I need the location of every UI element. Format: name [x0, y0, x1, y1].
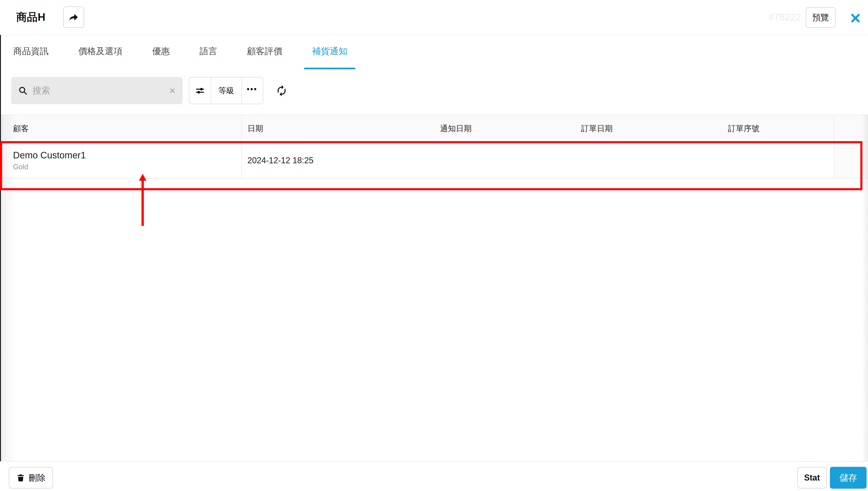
column-header-date: 日期: [242, 115, 434, 142]
more-filters-button[interactable]: ⋯: [241, 78, 262, 104]
order-number-cell: [722, 143, 834, 178]
save-button[interactable]: 儲存: [830, 467, 867, 489]
column-header-notify-date: 通知日期: [434, 115, 576, 142]
table-row[interactable]: Demo Customer1 Gold 2024-12-12 18:25: [0, 143, 868, 179]
column-header-order-number: 訂單序號: [722, 115, 834, 142]
product-number: #78222: [769, 0, 801, 34]
annotation-arrow-icon: [138, 173, 148, 226]
column-header-customer: 顧客: [0, 115, 242, 142]
refresh-button[interactable]: [273, 82, 290, 99]
title-bar: 商品H #78222 預覽: [0, 0, 868, 35]
tab-customer-reviews[interactable]: 顧客評價: [239, 35, 290, 69]
left-edge-strip: [0, 0, 1, 491]
customer-tier: Gold: [13, 163, 28, 171]
trash-icon: [16, 473, 25, 482]
level-filter-button[interactable]: 等級: [211, 78, 241, 104]
row-spacer-cell: [834, 143, 868, 178]
refresh-icon: [276, 85, 288, 97]
customer-name: Demo Customer1: [13, 150, 86, 161]
search-icon: [18, 86, 28, 95]
search-input[interactable]: [28, 77, 168, 104]
search-box: [11, 77, 183, 104]
filter-button-group: 等級 ⋯: [189, 77, 263, 104]
share-button[interactable]: [63, 6, 84, 28]
close-button[interactable]: [848, 11, 862, 25]
footer-bar: 刪除 Stat 儲存: [0, 461, 868, 491]
column-header-spacer: [834, 115, 868, 142]
tab-product-info[interactable]: 商品資訊: [5, 35, 57, 69]
table-header-row: 顧客 日期 通知日期 訂單日期 訂單序號: [0, 115, 868, 142]
tab-language[interactable]: 語言: [192, 35, 225, 69]
customer-cell: Demo Customer1 Gold: [0, 143, 242, 178]
stat-button[interactable]: Stat: [797, 467, 827, 488]
tab-bar: 商品資訊 價格及選項 優惠 語言 顧客評價 補貨通知: [0, 35, 868, 70]
tab-restock-notifications[interactable]: 補貨通知: [304, 35, 355, 69]
delete-label: 刪除: [29, 472, 45, 484]
date-cell: 2024-12-12 18:25: [242, 143, 434, 178]
share-arrow-icon: [68, 12, 79, 23]
page-title: 商品H: [16, 0, 45, 34]
column-header-order-date: 訂單日期: [576, 115, 722, 142]
product-detail-modal: 商品H #78222 預覽 商品資訊 價格及選項 優惠 語言 顧客評價 補貨通知: [0, 0, 868, 491]
sliders-icon: [195, 86, 205, 96]
tab-promotions[interactable]: 優惠: [144, 35, 178, 69]
filter-sliders-button[interactable]: [189, 78, 211, 104]
delete-button[interactable]: 刪除: [9, 467, 53, 488]
search-clear-icon[interactable]: [168, 87, 177, 95]
order-date-cell: [576, 143, 722, 178]
preview-button[interactable]: 預覽: [806, 7, 835, 28]
close-icon: [849, 12, 862, 24]
tab-price-options[interactable]: 價格及選項: [70, 35, 130, 69]
notify-date-cell: [434, 143, 576, 178]
